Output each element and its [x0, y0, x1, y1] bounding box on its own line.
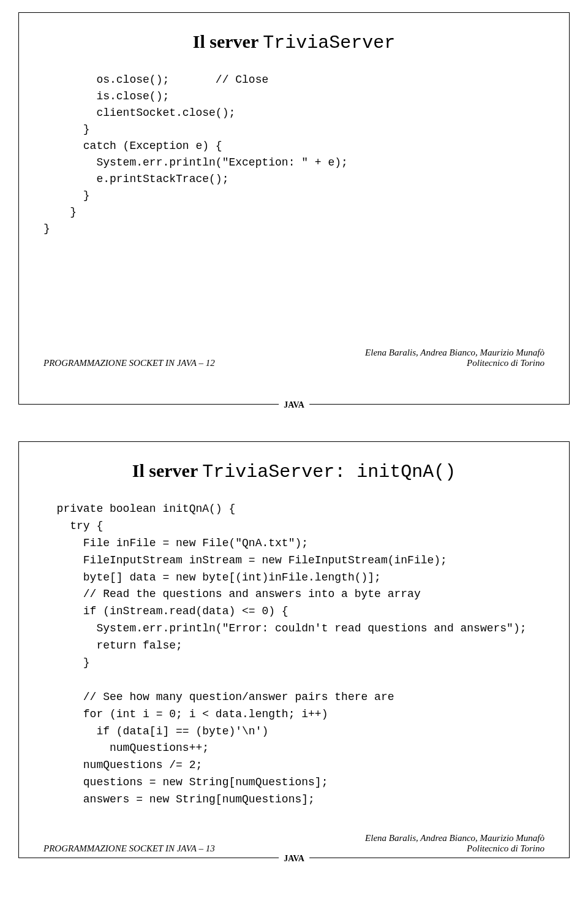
java-tab: JAVA	[279, 400, 309, 410]
title-mono: TriviaServer: initQnA()	[202, 462, 456, 482]
footer-authors: Elena Baralis, Andrea Bianco, Maurizio M…	[365, 833, 545, 843]
footer-right: Elena Baralis, Andrea Bianco, Maurizio M…	[365, 348, 545, 368]
java-tab: JAVA	[279, 854, 309, 864]
slide-title: Il server TriviaServer	[43, 31, 545, 53]
slide-title: Il server TriviaServer: initQnA()	[43, 460, 545, 482]
footer-authors: Elena Baralis, Andrea Bianco, Maurizio M…	[365, 348, 545, 358]
footer-left: PROGRAMMAZIONE SOCKET IN JAVA – 12	[43, 358, 215, 368]
slide-2: Il server TriviaServer: initQnA() privat…	[18, 441, 570, 858]
code-block: os.close(); // Close is.close(); clientS…	[43, 72, 545, 237]
footer-right: Elena Baralis, Andrea Bianco, Maurizio M…	[365, 833, 545, 854]
title-mono: TriviaServer	[263, 32, 395, 53]
slide-1: Il server TriviaServer os.close(); // Cl…	[18, 12, 570, 405]
code-block: private boolean initQnA() { try { File i…	[43, 501, 545, 809]
footer-left: PROGRAMMAZIONE SOCKET IN JAVA – 13	[43, 843, 215, 854]
slide-footer: PROGRAMMAZIONE SOCKET IN JAVA – 12 Elena…	[43, 348, 545, 368]
footer-institution: Politecnico di Torino	[365, 843, 545, 854]
slide-footer: PROGRAMMAZIONE SOCKET IN JAVA – 13 Elena…	[43, 833, 545, 854]
title-bold: Il server	[132, 460, 202, 481]
title-bold: Il server	[193, 31, 263, 51]
footer-institution: Politecnico di Torino	[365, 358, 545, 368]
